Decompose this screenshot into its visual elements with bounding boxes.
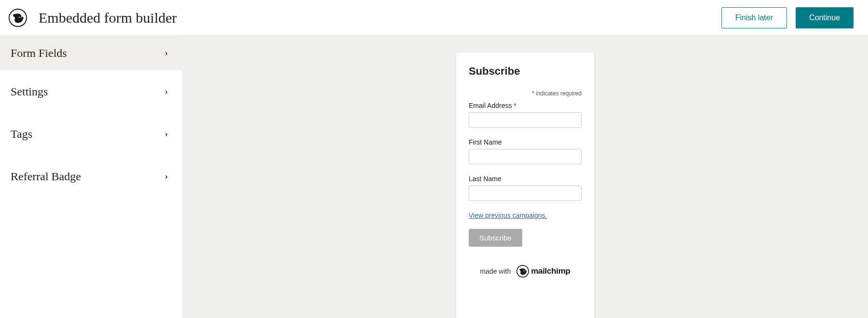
- form-preview-canvas: Subscribe * indicates required Email Add…: [182, 36, 868, 318]
- last-name-field[interactable]: [469, 186, 582, 201]
- svg-point-2: [21, 16, 22, 17]
- sidebar: Form Fields › Settings › Tags › Referral…: [0, 36, 182, 318]
- form-title: Subscribe: [469, 65, 582, 78]
- sidebar-item-referral-badge[interactable]: Referral Badge ›: [0, 155, 182, 198]
- continue-button[interactable]: Continue: [796, 7, 854, 28]
- page-title: Embedded form builder: [39, 10, 177, 26]
- chevron-right-icon: ›: [165, 172, 168, 182]
- view-previous-campaigns-link[interactable]: View previous campaigns.: [469, 212, 582, 219]
- header-left: Embedded form builder: [9, 9, 177, 27]
- chevron-right-icon: ›: [165, 129, 168, 139]
- chevron-right-icon: ›: [165, 87, 168, 97]
- sidebar-item-label: Tags: [11, 128, 32, 141]
- required-indicator-note: * indicates required: [469, 90, 582, 97]
- sidebar-item-label: Settings: [11, 85, 48, 98]
- svg-point-1: [19, 16, 20, 17]
- header-actions: Finish later Continue: [721, 7, 854, 28]
- main-content: Form Fields › Settings › Tags › Referral…: [0, 36, 868, 318]
- sidebar-item-settings[interactable]: Settings ›: [0, 70, 182, 113]
- mailchimp-freddie-icon: [516, 265, 529, 278]
- app-header: Embedded form builder Finish later Conti…: [0, 0, 868, 36]
- subscribe-button[interactable]: Subscribe: [469, 229, 522, 247]
- referral-badge: made with mailchimp: [469, 265, 582, 278]
- mailchimp-wordmark: mailchimp: [516, 265, 570, 278]
- svg-point-5: [525, 270, 526, 271]
- first-name-field[interactable]: [469, 149, 582, 164]
- last-name-field-label: Last Name: [469, 175, 582, 183]
- email-field-label: Email Address *: [469, 102, 582, 109]
- brand-name: mailchimp: [531, 266, 570, 276]
- asterisk-icon: *: [532, 90, 534, 97]
- sidebar-item-label: Referral Badge: [11, 170, 81, 183]
- asterisk-icon: *: [514, 102, 516, 109]
- chevron-right-icon: ›: [165, 48, 168, 58]
- first-name-field-label: First Name: [469, 138, 582, 146]
- svg-point-4: [523, 270, 524, 271]
- email-field[interactable]: [469, 112, 582, 128]
- sidebar-item-tags[interactable]: Tags ›: [0, 113, 182, 155]
- made-with-text: made with: [480, 267, 511, 275]
- sidebar-item-form-fields[interactable]: Form Fields ›: [0, 36, 182, 70]
- mailchimp-logo-icon: [9, 9, 27, 27]
- required-text: indicates required: [536, 90, 582, 97]
- sidebar-item-label: Form Fields: [11, 47, 67, 60]
- embedded-form-preview: Subscribe * indicates required Email Add…: [456, 53, 594, 318]
- finish-later-button[interactable]: Finish later: [721, 7, 787, 28]
